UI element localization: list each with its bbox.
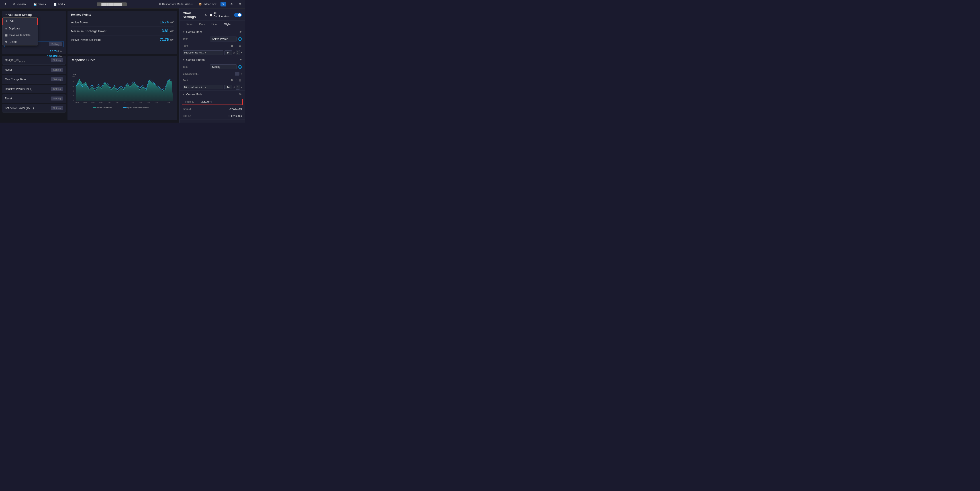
panel-dots-bottom[interactable]: ···: [6, 60, 8, 63]
control-item-section: ▼ Control Item 👁 Text 🌐 Font B I U: [180, 28, 245, 56]
bg-swatch[interactable]: [235, 72, 239, 76]
btn-bold-btn[interactable]: B: [230, 78, 234, 83]
grid-icon: ⊞: [239, 3, 241, 6]
control-button-font-row: Microsoft YaHei/... ▾ pt ▲ ▼ ▾: [180, 84, 245, 91]
add-button[interactable]: 📄 Add ▾: [52, 2, 67, 7]
underline-btn[interactable]: U: [238, 44, 242, 48]
control-setting-btn-5[interactable]: Setting: [51, 106, 63, 110]
tab-data[interactable]: Data: [196, 21, 208, 28]
control-row-5: Set Active Power (45FT) Setting: [2, 104, 66, 113]
control-button-section: ▼ Control Button 👁 Text 🌐 Background... …: [180, 56, 245, 91]
mdmid-row: mdmId x7GxNuDf: [180, 106, 245, 113]
btn-underline-btn[interactable]: U: [238, 78, 242, 83]
btn-size-down-arrow[interactable]: ▼: [236, 87, 240, 89]
control-rule-header[interactable]: ▼ Control Rule 👁: [180, 91, 245, 98]
active-power-setting-btn[interactable]: Setting: [49, 42, 62, 46]
related-points-panel: Related Points Active Power 16.74 kW Max…: [67, 11, 177, 54]
font-size-input[interactable]: [224, 50, 232, 55]
control-item-font-label-row: Font B I U: [180, 43, 245, 49]
bold-btn[interactable]: B: [230, 44, 234, 48]
refresh-icon[interactable]: ↻: [205, 13, 208, 17]
add-point-icon[interactable]: +: [14, 60, 16, 63]
site-id-label: Site ID: [183, 114, 196, 118]
font-dropdown-arrow[interactable]: ▾: [241, 51, 242, 54]
control-button-header[interactable]: ▼ Control Button 👁: [180, 56, 245, 63]
btn-font-dropdown-arrow[interactable]: ▾: [241, 86, 242, 88]
responsive-mode-button[interactable]: 🖥 Responsive Mode: Web ▾: [157, 2, 194, 6]
control-setting-btn-3[interactable]: Setting: [51, 87, 63, 91]
control-item-header[interactable]: ▼ Control Item 👁: [180, 28, 245, 35]
svg-text:00:10: 00:10: [83, 102, 87, 104]
control-button-text-row: Text 🌐: [180, 63, 245, 70]
top-section: ··· ve Power Setting ✎ Edit ⧉ Duplicate …: [2, 11, 177, 54]
control-rule-eye[interactable]: 👁: [239, 92, 242, 96]
btn-globe-icon[interactable]: 🌐: [238, 65, 242, 69]
config-icon: 📋: [209, 13, 213, 16]
rule-id-input[interactable]: [200, 100, 239, 104]
bg-dropdown[interactable]: ▾: [241, 73, 242, 75]
btn-font-size-input[interactable]: [224, 85, 232, 89]
svg-text:11:55: 11:55: [107, 102, 110, 104]
undo-icon[interactable]: ↺: [10, 60, 13, 63]
globe-icon[interactable]: 🌐: [238, 37, 242, 41]
context-menu-delete[interactable]: 🗑 Delete: [2, 38, 38, 45]
panel-dots[interactable]: ···: [5, 13, 7, 16]
control-setting-btn-1[interactable]: Setting: [51, 68, 63, 72]
tab-basic[interactable]: Basic: [183, 21, 196, 28]
control-row-1: Reset Setting: [2, 65, 66, 74]
control-button-eye[interactable]: 👁: [239, 58, 242, 62]
rule-id-row: Rule ID: [182, 99, 243, 105]
preview-button[interactable]: 👁 Preview: [11, 2, 28, 7]
font-family-select[interactable]: Microsoft YaHei/... ▾: [183, 50, 223, 55]
rule-id-label: Rule ID: [185, 100, 199, 104]
control-item-eye[interactable]: 👁: [239, 30, 242, 33]
toggle-switch[interactable]: [234, 13, 242, 17]
control-setting-btn-2[interactable]: Setting: [51, 77, 63, 81]
context-menu-edit[interactable]: ✎ Edit: [2, 18, 38, 25]
svg-text:80: 80: [73, 81, 75, 83]
undo-button[interactable]: ↺: [2, 2, 8, 7]
btn-font-family-select[interactable]: Microsoft YaHei/... ▾: [183, 85, 223, 89]
control-button-font-label-row: Font B I U: [180, 77, 245, 84]
control-setting-btn-4[interactable]: Setting: [51, 97, 63, 100]
sidebar-header: Chart Settings ↻ 📋 All Configuration: [180, 8, 245, 21]
related-value-0: 16.74: [160, 20, 169, 24]
curve-title: Response Curve: [71, 58, 174, 62]
related-unit-1: kW: [170, 30, 173, 33]
control-rule-label: Control Rule: [186, 93, 202, 96]
control-row-4: Reset Setting: [2, 94, 66, 103]
font-dropdown-icon: ▾: [205, 51, 206, 54]
cursor-icon: ✎: [222, 3, 224, 6]
btn-italic-btn[interactable]: I: [235, 78, 237, 83]
related-unit-0: kW: [170, 21, 173, 24]
svg-text:100: 100: [72, 76, 75, 78]
btn-size-up-arrow[interactable]: ▲: [236, 85, 240, 87]
tab-style[interactable]: Style: [221, 21, 234, 28]
control-row-3: Reactive Power (45FT) Setting: [2, 85, 66, 93]
cursor-button[interactable]: ✎: [221, 2, 226, 6]
preview-icon-button[interactable]: 👁: [229, 2, 235, 6]
text-input[interactable]: [210, 37, 237, 41]
hidden-box-button[interactable]: 📦 Hidden Box: [197, 2, 218, 6]
size-up-arrow[interactable]: ▲: [236, 50, 240, 53]
size-arrows[interactable]: ▲ ▼: [236, 50, 240, 55]
toolbar-right: 🖥 Responsive Mode: Web ▾ 📦 Hidden Box ✎ …: [157, 2, 243, 6]
all-config-link[interactable]: 📋 All Configuration: [209, 12, 232, 18]
size-down-arrow[interactable]: ▼: [236, 53, 240, 55]
grid-button[interactable]: ⊞: [237, 2, 243, 6]
btn-font-unit: pt: [233, 86, 235, 88]
italic-btn[interactable]: I: [235, 44, 237, 48]
save-button[interactable]: 💾 Save ▾: [32, 2, 48, 7]
sidebar-controls: ↻ 📋 All Configuration: [205, 12, 242, 18]
svg-text:12:45: 12:45: [146, 102, 150, 104]
context-menu-duplicate[interactable]: ⧉ Duplicate: [2, 25, 38, 32]
tab-filter[interactable]: Filter: [208, 21, 221, 28]
right-sidebar: Chart Settings ↻ 📋 All Configuration Bas…: [179, 8, 245, 123]
duplicate-icon: ⧉: [5, 27, 7, 30]
site-id-row: Site ID DLOzBU4s: [180, 113, 245, 119]
context-menu-save-template[interactable]: ▦ Save as Template: [2, 32, 38, 38]
btn-text-input[interactable]: [210, 64, 237, 69]
control-rule-chevron: ▼: [183, 93, 185, 96]
svg-text:00:35: 00:35: [99, 102, 102, 104]
btn-size-arrows[interactable]: ▲ ▼: [236, 85, 240, 89]
